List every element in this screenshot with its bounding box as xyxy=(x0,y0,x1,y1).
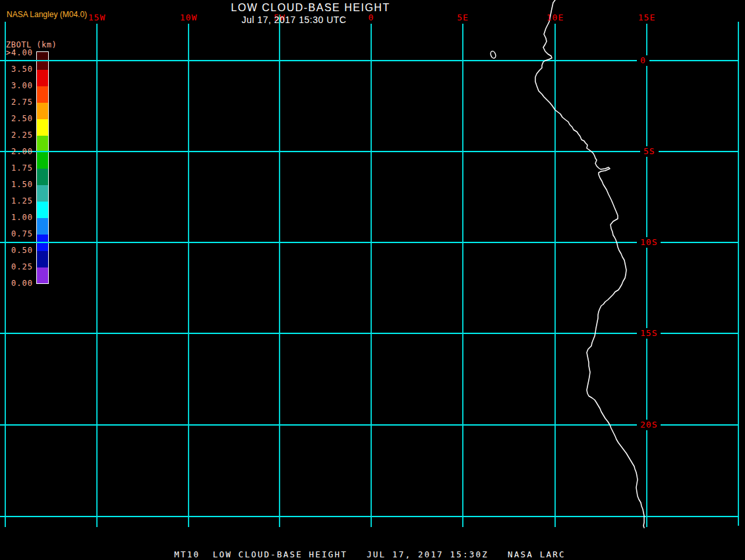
coastline-layer xyxy=(490,0,644,528)
lon-label-10W: 10W xyxy=(169,13,208,22)
lat-label-5S: 5S xyxy=(640,146,659,157)
page-title: LOW CLOUD-BASE HEIGHT xyxy=(218,2,403,14)
colorbar-tick: 2.25 xyxy=(0,130,33,140)
colorbar-tick: 1.75 xyxy=(0,163,33,173)
colorbar-tick: 3.50 xyxy=(0,65,33,74)
colorbar-tick: >4.00 xyxy=(0,48,33,57)
graticule xyxy=(0,14,738,527)
nasa-langley-credit: NASA Langley (M04.0) xyxy=(7,10,87,19)
colorbar-tick: 0.25 xyxy=(0,262,33,271)
lat-label-0: 0 xyxy=(637,55,649,66)
cloud-product-map: 15W 10W 5W 0 5E 10E 15E 0 5S 10S 15S 20S… xyxy=(0,0,745,560)
colorbar-tick: 0.50 xyxy=(0,246,33,255)
colorbar-tick: 1.25 xyxy=(0,196,33,206)
colorbar-tick: 1.00 xyxy=(0,213,33,222)
colorbar-tick: 0.00 xyxy=(0,279,33,288)
timestamp-subtitle: Jul 17, 2017 15:30 UTC xyxy=(218,14,371,25)
map-canvas xyxy=(0,0,745,560)
lon-label-5E: 5E xyxy=(443,13,483,22)
lat-label-20S: 20S xyxy=(637,420,661,430)
footer-caption: MT10 LOW CLOUD-BASE HEIGHT JUL 17, 2017 … xyxy=(0,549,740,559)
island-outline xyxy=(490,51,496,59)
lat-label-15S: 15S xyxy=(637,328,661,339)
coastline xyxy=(535,0,644,528)
colorbar-tick: 2.50 xyxy=(0,114,33,123)
colorbar-tick: 2.75 xyxy=(0,98,33,107)
lat-label-10S: 10S xyxy=(637,237,661,248)
colorbar-tick: 1.50 xyxy=(0,180,33,189)
colorbar-tick: 2.00 xyxy=(0,147,33,156)
lon-label-15E: 15E xyxy=(627,13,667,22)
lon-label-10E: 10E xyxy=(535,13,575,22)
colorbar-tick: 0.75 xyxy=(0,229,33,238)
colorbar-tick: 3.00 xyxy=(0,81,33,90)
